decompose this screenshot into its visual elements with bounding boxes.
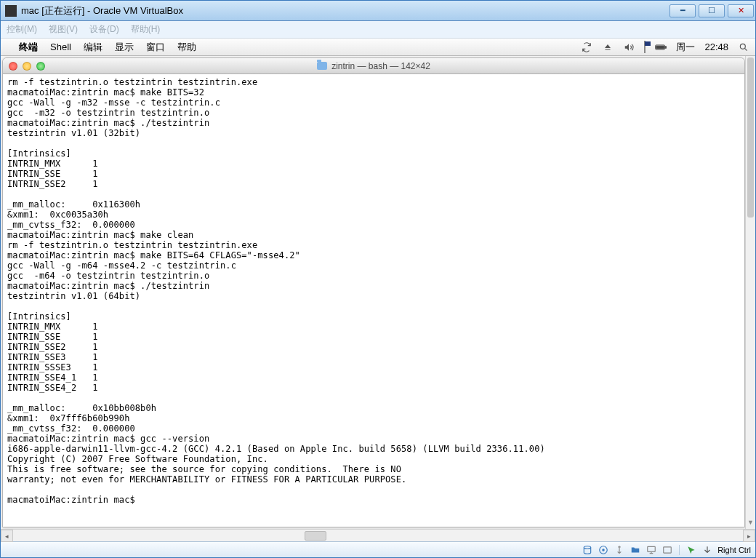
vbox-titlebar[interactable]: mac [正在运行] - Oracle VM VirtualBox ━ ☐ ✕ bbox=[1, 1, 755, 21]
status-usb-icon[interactable] bbox=[614, 544, 625, 556]
host-close-button[interactable]: ✕ bbox=[728, 4, 754, 17]
terminal-window: zintrin — bash — 142×42 rm -f testzintri… bbox=[2, 57, 745, 527]
mac-menu-view[interactable]: 显示 bbox=[115, 41, 134, 54]
virtualbox-window: mac [正在运行] - Oracle VM VirtualBox ━ ☐ ✕ … bbox=[0, 0, 756, 558]
mac-menu-shell[interactable]: Shell bbox=[50, 41, 71, 52]
status-vrdp-icon[interactable] bbox=[662, 544, 673, 556]
vbox-menubar: 控制(M) 视图(V) 设备(D) 帮助(H) bbox=[1, 21, 755, 39]
svg-point-7 bbox=[603, 549, 604, 550]
spotlight-icon[interactable] bbox=[738, 41, 749, 53]
battery-icon[interactable] bbox=[655, 41, 667, 53]
mac-menubar: 终端 Shell 编辑 显示 窗口 帮助 周一 22:48 bbox=[1, 39, 755, 56]
svg-rect-8 bbox=[648, 546, 656, 551]
host-horizontal-scrollbar[interactable]: ◂ ▸ bbox=[1, 529, 755, 541]
vbox-app-icon bbox=[5, 5, 17, 17]
input-locale-flag[interactable] bbox=[644, 41, 646, 52]
hscroll-right-arrow-icon[interactable]: ▸ bbox=[743, 530, 755, 542]
scroll-thumb[interactable] bbox=[747, 57, 754, 218]
svg-point-3 bbox=[740, 44, 745, 49]
status-display-icon[interactable] bbox=[646, 544, 657, 556]
vbox-menu-devices[interactable]: 设备(D) bbox=[89, 23, 119, 36]
clock-time[interactable]: 22:48 bbox=[704, 41, 728, 52]
mac-menu-terminal[interactable]: 终端 bbox=[19, 41, 38, 54]
status-shared-folders-icon[interactable] bbox=[630, 544, 641, 556]
mac-menu-window[interactable]: 窗口 bbox=[146, 41, 165, 54]
terminal-title: zintrin — bash — 142×42 bbox=[331, 61, 430, 71]
status-optical-icon[interactable] bbox=[598, 544, 609, 556]
svg-point-5 bbox=[584, 546, 590, 549]
clock-day[interactable]: 周一 bbox=[676, 41, 695, 54]
hscroll-thumb[interactable] bbox=[305, 531, 326, 541]
vbox-menu-control[interactable]: 控制(M) bbox=[7, 23, 37, 36]
svg-rect-2 bbox=[656, 46, 664, 49]
folder-icon bbox=[317, 62, 327, 70]
eject-icon[interactable] bbox=[602, 41, 614, 53]
svg-line-4 bbox=[744, 48, 747, 50]
status-hostkey-icon[interactable] bbox=[701, 544, 713, 556]
terminal-zoom-button[interactable] bbox=[36, 62, 45, 71]
mac-menu-help[interactable]: 帮助 bbox=[177, 41, 196, 54]
guest-desktop: 终端 Shell 编辑 显示 窗口 帮助 周一 22:48 bbox=[1, 39, 755, 529]
svg-rect-1 bbox=[666, 46, 667, 47]
sync-icon[interactable] bbox=[581, 41, 592, 53]
status-hostkey-label: Right Ctrl bbox=[717, 546, 751, 554]
vbox-statusbar: Right Ctrl bbox=[1, 541, 755, 557]
terminal-titlebar[interactable]: zintrin — bash — 142×42 bbox=[3, 58, 744, 74]
terminal-body[interactable]: rm -f testzintrin.o testzintrin testzint… bbox=[3, 74, 744, 527]
status-separator bbox=[679, 545, 680, 555]
host-maximize-button[interactable]: ☐ bbox=[699, 4, 725, 17]
vbox-window-title: mac [正在运行] - Oracle VM VirtualBox bbox=[21, 4, 667, 17]
vbox-menu-help[interactable]: 帮助(H) bbox=[131, 23, 161, 36]
volume-icon[interactable] bbox=[623, 41, 635, 53]
svg-rect-9 bbox=[664, 546, 672, 552]
status-mouse-integration-icon[interactable] bbox=[685, 544, 697, 556]
scroll-down-arrow-icon[interactable]: ▼ bbox=[746, 519, 755, 529]
terminal-close-button[interactable] bbox=[9, 62, 17, 71]
mac-menu-edit[interactable]: 编辑 bbox=[84, 41, 102, 54]
status-harddisk-icon[interactable] bbox=[582, 544, 593, 556]
hscroll-left-arrow-icon[interactable]: ◂ bbox=[1, 530, 13, 542]
terminal-minimize-button[interactable] bbox=[23, 62, 31, 71]
vbox-menu-view[interactable]: 视图(V) bbox=[49, 23, 78, 36]
host-minimize-button[interactable]: ━ bbox=[669, 4, 696, 17]
guest-vertical-scrollbar[interactable]: ▲ ▼ bbox=[745, 56, 755, 529]
